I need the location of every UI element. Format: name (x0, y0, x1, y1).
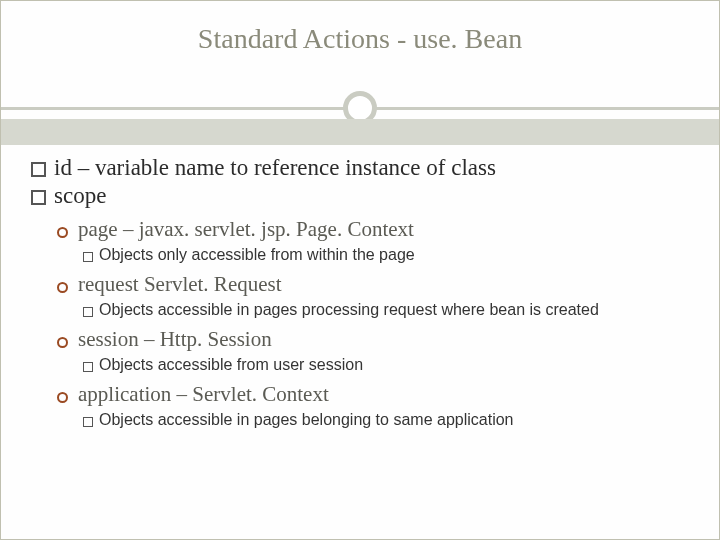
bullet-text: scope (54, 183, 106, 209)
circle-bullet-icon (57, 282, 68, 293)
square-bullet-icon (83, 362, 93, 372)
scope-sub: Objects accessible in pages belonging to… (99, 411, 513, 429)
square-bullet-icon (83, 252, 93, 262)
scope-head: application – Servlet. Context (78, 382, 329, 407)
scope-session-detail: Objects accessible from user session (83, 356, 689, 374)
square-bullet-icon (83, 307, 93, 317)
scope-request-detail: Objects accessible in pages processing r… (83, 301, 689, 319)
bullet-text: id – variable name to reference instance… (54, 155, 496, 181)
circle-bullet-icon (57, 392, 68, 403)
scope-head: request Servlet. Request (78, 272, 282, 297)
scope-page: page – javax. servlet. jsp. Page. Contex… (57, 217, 689, 242)
slide-title: Standard Actions - use. Bean (1, 23, 719, 55)
scope-head: page – javax. servlet. jsp. Page. Contex… (78, 217, 414, 242)
scope-application-detail: Objects accessible in pages belonging to… (83, 411, 689, 429)
slide: Standard Actions - use. Bean id – variab… (0, 0, 720, 540)
square-bullet-icon (31, 162, 46, 177)
header: Standard Actions - use. Bean (1, 1, 719, 129)
circle-bullet-icon (57, 337, 68, 348)
scope-request: request Servlet. Request (57, 272, 689, 297)
slide-body: id – variable name to reference instance… (1, 129, 719, 429)
bullet-id: id – variable name to reference instance… (31, 155, 689, 181)
bullet-scope: scope (31, 183, 689, 209)
square-bullet-icon (31, 190, 46, 205)
scope-application: application – Servlet. Context (57, 382, 689, 407)
scope-head: session – Http. Session (78, 327, 272, 352)
square-bullet-icon (83, 417, 93, 427)
scope-session: session – Http. Session (57, 327, 689, 352)
scope-sub: Objects accessible from user session (99, 356, 363, 374)
scope-sub: Objects only accessible from within the … (99, 246, 415, 264)
circle-bullet-icon (57, 227, 68, 238)
scope-sub: Objects accessible in pages processing r… (99, 301, 599, 319)
scope-page-detail: Objects only accessible from within the … (83, 246, 689, 264)
